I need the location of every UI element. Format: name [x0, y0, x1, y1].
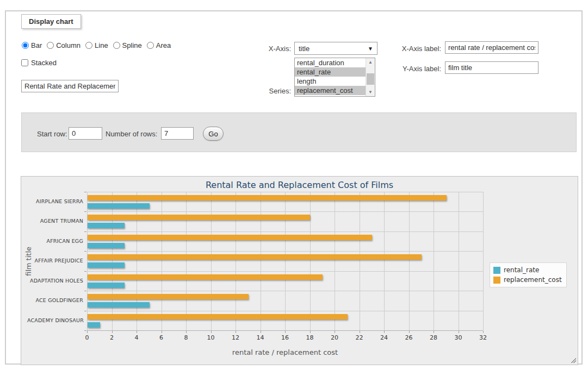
scroll-up-icon[interactable]: ▲ — [366, 58, 375, 66]
x-axis-tick — [335, 331, 335, 333]
gridline — [162, 192, 162, 330]
series-option-rental_rate[interactable]: rental_rate — [295, 67, 366, 77]
scrollbar-thumb[interactable] — [367, 73, 374, 85]
x-tick-label: 24 — [373, 334, 395, 341]
category-label: ADAPTATION HOLES — [27, 278, 83, 284]
scroll-down-icon[interactable]: ▼ — [366, 88, 375, 96]
bar-rental_rate[interactable] — [88, 262, 125, 268]
x-tick-label: 14 — [250, 334, 271, 341]
radio-column[interactable] — [47, 42, 54, 49]
x-axis-tick — [310, 331, 311, 333]
gridline — [236, 192, 236, 330]
category-label: ACE GOLDFINGER — [27, 297, 83, 303]
x-tick-label: 18 — [299, 334, 321, 341]
bar-rental_rate[interactable] — [88, 283, 125, 288]
radio-label: Area — [156, 41, 171, 49]
bar-replacement_cost[interactable] — [88, 294, 249, 299]
gridline — [285, 192, 286, 330]
legend-item-rental_rate[interactable]: rental_rate — [493, 265, 562, 275]
bar-replacement_cost[interactable] — [88, 254, 422, 260]
chart-type-radio-area[interactable]: Area — [147, 41, 171, 49]
radio-label: Bar — [31, 41, 42, 49]
chart-type-radio-spline[interactable]: Spline — [113, 41, 142, 49]
radio-label: Column — [56, 41, 81, 49]
resize-handle-icon[interactable] — [570, 357, 576, 363]
gridline — [310, 192, 311, 330]
gridline — [483, 192, 484, 330]
y-axis-tick — [84, 291, 86, 291]
bar-rental_rate[interactable] — [88, 302, 150, 308]
x-tick-label: 4 — [126, 334, 147, 341]
legend-label: replacement_cost — [504, 276, 562, 284]
legend-item-replacement_cost[interactable]: replacement_cost — [493, 275, 562, 285]
bar-replacement_cost[interactable] — [88, 195, 447, 200]
gridline — [87, 311, 483, 311]
x-tick-label: 12 — [225, 334, 246, 341]
stacked-checkbox-row[interactable]: Stacked — [21, 59, 57, 67]
y-axis-label-field-label: Y-Axis label: — [387, 65, 441, 73]
gridline — [137, 192, 137, 330]
series-listbox[interactable]: rental_durationrental_ratelengthreplacem… — [294, 58, 375, 97]
y-axis-tick — [84, 251, 86, 252]
x-axis-tick — [360, 331, 360, 333]
row-controls-band — [21, 112, 577, 152]
gridline — [112, 192, 113, 330]
gridline — [211, 192, 212, 330]
bar-rental_rate[interactable] — [88, 243, 125, 248]
radio-line[interactable] — [85, 42, 92, 49]
stacked-label: Stacked — [31, 59, 57, 67]
gridline — [409, 192, 410, 330]
series-option-replacement_cost[interactable]: replacement_cost — [295, 86, 366, 95]
x-axis-tick — [483, 331, 484, 333]
category-label: AFFAIR PREJUDICE — [27, 258, 83, 264]
y-axis-label-input[interactable] — [445, 61, 539, 74]
gridline — [87, 271, 483, 272]
y-axis-title: film title — [24, 192, 33, 330]
radio-spline[interactable] — [113, 42, 120, 49]
panel-title: Display chart — [21, 14, 81, 29]
gridline — [87, 291, 483, 291]
x-axis-tick — [211, 331, 212, 333]
x-axis-tick — [137, 331, 137, 333]
x-tick-label: 8 — [175, 334, 197, 341]
gridline — [335, 192, 335, 330]
gridline — [459, 192, 459, 330]
bar-rental_rate[interactable] — [88, 223, 125, 228]
category-label: AFRICAN EGG — [27, 238, 83, 244]
legend-label: rental_rate — [504, 266, 539, 274]
chart-type-radio-bar[interactable]: Bar — [22, 41, 42, 49]
chart-title-input[interactable] — [21, 80, 119, 92]
bar-chart: Rental Rate and Replacement Cost of Film… — [21, 176, 578, 365]
go-button[interactable]: Go — [203, 127, 224, 141]
legend-swatch-icon — [493, 267, 500, 274]
bar-replacement_cost[interactable] — [88, 274, 323, 280]
stacked-checkbox[interactable] — [21, 59, 28, 66]
gridline — [261, 192, 261, 330]
x-axis-line — [87, 330, 483, 331]
x-axis-tick — [87, 331, 88, 333]
bar-replacement_cost[interactable] — [88, 314, 348, 319]
x-tick-label: 6 — [151, 334, 172, 341]
x-axis-label-input[interactable] — [445, 41, 539, 54]
number-of-rows-input[interactable] — [161, 127, 194, 140]
chart-type-radio-column[interactable]: Column — [47, 41, 81, 49]
gridline — [186, 192, 187, 330]
x-axis-tick — [236, 331, 236, 333]
series-option-rental_duration[interactable]: rental_duration — [295, 58, 366, 67]
y-axis-tick — [84, 330, 86, 331]
start-row-label: Start row: — [37, 130, 67, 138]
bar-replacement_cost[interactable] — [88, 215, 310, 220]
gridline — [384, 192, 385, 330]
x-axis-tick — [112, 331, 113, 333]
radio-area[interactable] — [147, 42, 154, 49]
bar-rental_rate[interactable] — [88, 322, 100, 328]
x-axis-select[interactable]: title ▼ — [294, 42, 377, 55]
start-row-input[interactable] — [69, 127, 102, 140]
series-option-length[interactable]: length — [295, 77, 366, 86]
radio-bar[interactable] — [22, 42, 29, 49]
radio-label: Line — [95, 41, 108, 49]
bar-rental_rate[interactable] — [88, 203, 150, 209]
series-list-scrollbar[interactable]: ▲ ▼ — [366, 58, 375, 96]
chart-type-radio-line[interactable]: Line — [85, 41, 108, 49]
bar-replacement_cost[interactable] — [88, 235, 372, 240]
